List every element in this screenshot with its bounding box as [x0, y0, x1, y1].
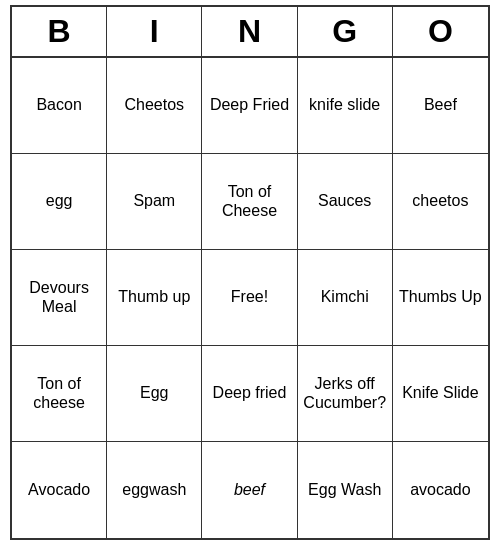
bingo-cell: Devours Meal: [12, 250, 107, 346]
cell-label: Thumbs Up: [399, 287, 482, 306]
cell-label: Deep fried: [213, 383, 287, 402]
cell-label: Jerks off Cucumber?: [302, 374, 388, 412]
bingo-grid: BaconCheetosDeep Friedknife slideBeefegg…: [12, 58, 488, 538]
bingo-cell: egg: [12, 154, 107, 250]
bingo-cell: Deep fried: [202, 346, 297, 442]
cell-label: Beef: [424, 95, 457, 114]
cell-label: cheetos: [412, 191, 468, 210]
cell-label: Avocado: [28, 480, 90, 499]
cell-label: beef: [234, 480, 265, 499]
header-letter: N: [202, 7, 297, 56]
bingo-cell: Avocado: [12, 442, 107, 538]
bingo-cell: Bacon: [12, 58, 107, 154]
bingo-cell: knife slide: [298, 58, 393, 154]
header-letter: G: [298, 7, 393, 56]
cell-label: Devours Meal: [16, 278, 102, 316]
cell-label: Knife Slide: [402, 383, 479, 402]
bingo-cell: Kimchi: [298, 250, 393, 346]
cell-label: Deep Fried: [210, 95, 289, 114]
bingo-cell: Thumb up: [107, 250, 202, 346]
header-letter: I: [107, 7, 202, 56]
bingo-cell: Deep Fried: [202, 58, 297, 154]
bingo-cell: Knife Slide: [393, 346, 488, 442]
bingo-cell: cheetos: [393, 154, 488, 250]
bingo-cell: eggwash: [107, 442, 202, 538]
cell-label: egg: [46, 191, 73, 210]
bingo-cell: avocado: [393, 442, 488, 538]
bingo-cell: Egg: [107, 346, 202, 442]
cell-label: Spam: [133, 191, 175, 210]
header-letter: O: [393, 7, 488, 56]
bingo-cell: Cheetos: [107, 58, 202, 154]
cell-label: Kimchi: [321, 287, 369, 306]
cell-label: knife slide: [309, 95, 380, 114]
bingo-cell: Ton of Cheese: [202, 154, 297, 250]
cell-label: avocado: [410, 480, 471, 499]
bingo-cell: Spam: [107, 154, 202, 250]
bingo-cell: Ton of cheese: [12, 346, 107, 442]
bingo-cell: Jerks off Cucumber?: [298, 346, 393, 442]
cell-label: Bacon: [36, 95, 81, 114]
cell-label: Ton of cheese: [16, 374, 102, 412]
cell-label: Egg Wash: [308, 480, 381, 499]
cell-label: Cheetos: [124, 95, 184, 114]
bingo-cell: Free!: [202, 250, 297, 346]
bingo-cell: Thumbs Up: [393, 250, 488, 346]
cell-label: Egg: [140, 383, 168, 402]
cell-label: Sauces: [318, 191, 371, 210]
bingo-cell: Beef: [393, 58, 488, 154]
cell-label: Ton of Cheese: [206, 182, 292, 220]
bingo-cell: beef: [202, 442, 297, 538]
bingo-card: BINGO BaconCheetosDeep Friedknife slideB…: [10, 5, 490, 540]
cell-label: Free!: [231, 287, 268, 306]
bingo-header: BINGO: [12, 7, 488, 58]
cell-label: Thumb up: [118, 287, 190, 306]
bingo-cell: Sauces: [298, 154, 393, 250]
header-letter: B: [12, 7, 107, 56]
bingo-cell: Egg Wash: [298, 442, 393, 538]
cell-label: eggwash: [122, 480, 186, 499]
